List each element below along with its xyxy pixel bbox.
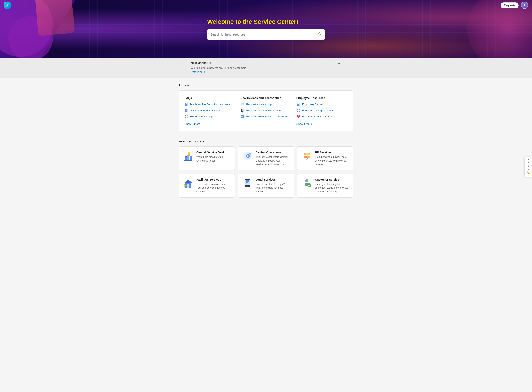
facilities-info: Facilities Services From parties to main… (196, 178, 230, 193)
svg-rect-7 (185, 110, 187, 110)
list-item[interactable]: Personnel change request (296, 108, 347, 113)
svg-rect-21 (241, 116, 243, 117)
laptop-icon (240, 103, 244, 107)
svg-marker-47 (184, 180, 192, 183)
search-input[interactable] (210, 33, 318, 36)
svg-rect-13 (187, 117, 188, 118)
featured-portals-title: Featured portals (179, 140, 353, 143)
announcement-text: New Mobile UI! We rolled out a new mobil… (191, 61, 247, 74)
facilities-name: Facilities Services (196, 178, 230, 181)
svg-rect-48 (187, 184, 190, 188)
list-item[interactable]: Request a new laptop (240, 103, 291, 107)
requests-button[interactable]: Requests (500, 2, 519, 8)
search-icon (318, 32, 322, 37)
legal-name: Legal Services (256, 178, 290, 181)
portal-card-legal[interactable]: Legal Services Have a question for Legal… (238, 174, 294, 198)
service-desk-icon (183, 151, 194, 161)
heart-icon (296, 115, 300, 119)
svg-line-1 (320, 34, 321, 35)
list-item[interactable]: Employee Central (296, 103, 347, 107)
svg-rect-25 (298, 104, 299, 104)
show-more-faqs-button[interactable]: Show 2 more (185, 122, 200, 125)
operations-icon (242, 151, 253, 161)
portal-card-hr[interactable]: HR Services From benefits to payroll, he… (297, 146, 353, 170)
list-item[interactable]: Request a new mobile device (240, 108, 291, 113)
svg-point-27 (297, 109, 298, 110)
topic-item-text: Personnel change request (302, 109, 333, 112)
svg-rect-11 (187, 115, 188, 117)
svg-rect-50 (184, 184, 185, 187)
portal-card-customer-service[interactable]: Customer Service Thank you for being our… (297, 174, 353, 198)
list-item[interactable]: VPN client update for Mac (185, 108, 236, 113)
topics-card: FAQs Macbook Pro Setup for new users (179, 90, 353, 131)
announcement-title: New Mobile UI! (191, 61, 247, 65)
svg-rect-9 (185, 111, 187, 111)
topic-item-text: Request a new mobile device (246, 109, 281, 112)
topic-item-text: VPN client update for Mac (190, 109, 221, 112)
svg-rect-4 (185, 104, 187, 104)
show-more-employee-button[interactable]: Show 1 more (296, 122, 312, 125)
hr-info: HR Services From benefits to payroll, he… (315, 151, 349, 166)
svg-point-19 (242, 112, 243, 112)
topic-item-text: Request new hardware accessories (246, 115, 288, 118)
topic-item-text: Request a new laptop (246, 103, 272, 106)
svg-rect-32 (185, 156, 187, 157)
list-item[interactable]: Record vaccination status (296, 115, 347, 119)
svg-point-22 (243, 116, 244, 117)
topic-item-text: Macbook Pro Setup for new users (190, 103, 230, 106)
list-item[interactable]: General Slack help (185, 115, 236, 119)
list-item[interactable]: Request new hardware accessories (240, 115, 291, 119)
featured-portals-section: Featured portals (179, 140, 353, 198)
svg-rect-35 (184, 160, 192, 161)
svg-point-41 (249, 154, 251, 155)
svg-rect-18 (242, 109, 243, 111)
operations-description: This is the spot where Central Operation… (256, 155, 290, 166)
hr-icon (302, 151, 312, 161)
devices-column: New Devices and Accessories Request a ne… (240, 96, 291, 126)
hr-description: From benefits to payroll, here at HR Ser… (315, 155, 349, 166)
faqs-column: FAQs Macbook Pro Setup for new users (185, 96, 236, 126)
svg-rect-5 (185, 105, 187, 105)
employee-resources-column: Employee Resources Employee Central (296, 96, 347, 126)
announcement-body: We rolled out a new mobile UI to our cus… (191, 66, 247, 74)
svg-point-29 (297, 111, 298, 112)
svg-rect-53 (246, 180, 249, 181)
announcement-banner: New Mobile UI! We rolled out a new mobil… (0, 58, 532, 78)
svg-rect-3 (185, 103, 187, 104)
svg-point-44 (307, 153, 310, 155)
dots-icon (296, 108, 300, 113)
customize-panel[interactable]: Customize ✏️ (525, 157, 532, 177)
main-content: Topics FAQs Macbook Pro Setup for new us… (175, 78, 357, 204)
devices-column-title: New Devices and Accessories (240, 96, 291, 100)
svg-point-28 (299, 109, 300, 110)
logo-icon[interactable]: ⚡ (4, 2, 10, 9)
svg-rect-34 (190, 156, 192, 160)
svg-point-57 (305, 179, 309, 182)
svg-point-39 (247, 155, 248, 157)
svg-rect-45 (307, 156, 310, 159)
svg-rect-12 (185, 117, 186, 118)
svg-rect-43 (304, 156, 307, 159)
phone-icon (240, 108, 244, 113)
portal-card-service-desk[interactable]: Central Service Desk We're here for all … (179, 146, 235, 170)
svg-rect-55 (246, 182, 248, 183)
hero-content: Welcome to the Service Center! (207, 18, 325, 40)
customer-service-info: Customer Service Thank you for being our… (315, 178, 349, 193)
portal-card-facilities[interactable]: Facilities Services From parties to main… (179, 174, 235, 198)
portal-card-operations[interactable]: Central Operations This is the spot wher… (238, 146, 294, 170)
customer-service-icon (302, 178, 312, 188)
facilities-description: From parties to maintenance, Facilities … (196, 182, 230, 193)
svg-point-30 (299, 111, 300, 112)
customer-service-description: Thank you for being our customer! Let us… (315, 182, 349, 193)
topic-item-text: Record vaccination status (302, 115, 332, 118)
announcement-link[interactable]: Details here (191, 70, 205, 74)
list-item[interactable]: Macbook Pro Setup for new users (185, 103, 236, 107)
customize-label: Customize (527, 159, 530, 170)
nav-right: Requests A (500, 2, 528, 9)
collapse-announcement-button[interactable] (337, 61, 341, 66)
avatar[interactable]: A (521, 2, 528, 9)
customer-service-name: Customer Service (315, 178, 349, 181)
top-navigation: ⚡ Requests A (0, 0, 532, 10)
document-icon (185, 103, 189, 107)
operations-info: Central Operations This is the spot wher… (256, 151, 290, 166)
